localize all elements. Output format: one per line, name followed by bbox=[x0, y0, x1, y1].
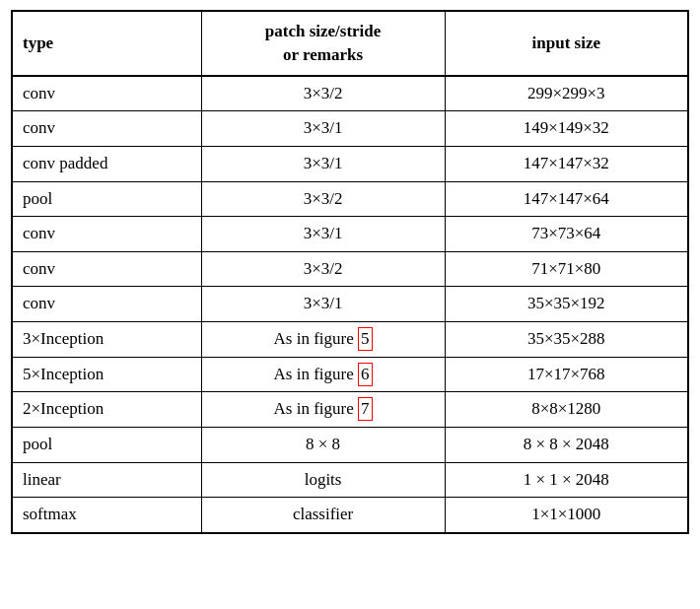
input-cell: 147×147×32 bbox=[445, 146, 688, 181]
input-cell: 147×147×64 bbox=[445, 181, 688, 217]
table-row: conv3×3/135×35×192 bbox=[12, 287, 688, 322]
table-row: linearlogits1 × 1 × 2048 bbox=[12, 462, 688, 498]
table-row: conv3×3/2299×299×3 bbox=[12, 76, 688, 111]
patch-cell: 3×3/2 bbox=[201, 181, 445, 217]
table-row: 2×InceptionAs in figure 78×8×1280 bbox=[12, 392, 688, 428]
figure-number-highlight: 5 bbox=[358, 327, 373, 351]
type-cell: conv bbox=[12, 76, 201, 111]
input-cell: 299×299×3 bbox=[445, 76, 688, 111]
table-row: 5×InceptionAs in figure 617×17×768 bbox=[12, 357, 688, 392]
patch-header: patch size/strideor remarks bbox=[201, 11, 445, 76]
type-cell: conv bbox=[12, 287, 201, 322]
input-cell: 1 × 1 × 2048 bbox=[445, 462, 688, 498]
table-row: pool8 × 88 × 8 × 2048 bbox=[12, 428, 688, 463]
patch-prefix: As in figure bbox=[274, 329, 358, 348]
input-cell: 8×8×1280 bbox=[445, 392, 688, 428]
table-row: conv padded3×3/1147×147×32 bbox=[12, 146, 688, 181]
type-cell: conv bbox=[12, 111, 201, 147]
patch-cell: As in figure 6 bbox=[201, 357, 445, 392]
type-header: type bbox=[12, 11, 201, 76]
figure-number-highlight: 7 bbox=[358, 397, 373, 421]
type-cell: softmax bbox=[12, 498, 201, 533]
patch-cell: 3×3/1 bbox=[201, 287, 445, 322]
type-cell: pool bbox=[12, 428, 201, 463]
table-row: 3×InceptionAs in figure 535×35×288 bbox=[12, 322, 688, 358]
input-cell: 71×71×80 bbox=[445, 251, 688, 287]
type-cell: conv bbox=[12, 217, 201, 252]
type-cell: 5×Inception bbox=[12, 357, 201, 392]
input-cell: 35×35×192 bbox=[445, 287, 688, 322]
input-cell: 17×17×768 bbox=[445, 357, 688, 392]
input-cell: 8 × 8 × 2048 bbox=[445, 428, 688, 463]
type-cell: linear bbox=[12, 462, 201, 498]
type-cell: conv bbox=[12, 251, 201, 287]
type-cell: conv padded bbox=[12, 146, 201, 181]
table-row: conv3×3/173×73×64 bbox=[12, 217, 688, 252]
patch-cell: 8 × 8 bbox=[201, 428, 445, 463]
patch-prefix: As in figure bbox=[274, 399, 358, 418]
patch-cell: 3×3/1 bbox=[201, 111, 445, 147]
input-cell: 73×73×64 bbox=[445, 217, 688, 252]
table-row: conv3×3/271×71×80 bbox=[12, 251, 688, 287]
patch-cell: As in figure 5 bbox=[201, 322, 445, 358]
type-cell: 2×Inception bbox=[12, 392, 201, 428]
table-row: pool3×3/2147×147×64 bbox=[12, 181, 688, 217]
patch-cell: 3×3/1 bbox=[201, 146, 445, 181]
patch-prefix: As in figure bbox=[274, 365, 358, 383]
input-header: input size bbox=[445, 11, 688, 76]
input-cell: 1×1×1000 bbox=[445, 498, 688, 533]
patch-cell: As in figure 7 bbox=[201, 392, 445, 428]
patch-cell: 3×3/2 bbox=[201, 76, 445, 111]
type-cell: 3×Inception bbox=[12, 322, 201, 358]
patch-cell: 3×3/2 bbox=[201, 251, 445, 287]
input-cell: 35×35×288 bbox=[445, 322, 688, 358]
architecture-table: type patch size/strideor remarks input s… bbox=[11, 10, 689, 534]
table-row: conv3×3/1149×149×32 bbox=[12, 111, 688, 147]
input-cell: 149×149×32 bbox=[445, 111, 688, 147]
patch-cell: 3×3/1 bbox=[201, 217, 445, 252]
patch-cell: logits bbox=[201, 462, 445, 498]
patch-cell: classifier bbox=[201, 498, 445, 533]
type-cell: pool bbox=[12, 181, 201, 217]
figure-number-highlight: 6 bbox=[358, 363, 373, 386]
table-row: softmaxclassifier1×1×1000 bbox=[12, 498, 688, 533]
